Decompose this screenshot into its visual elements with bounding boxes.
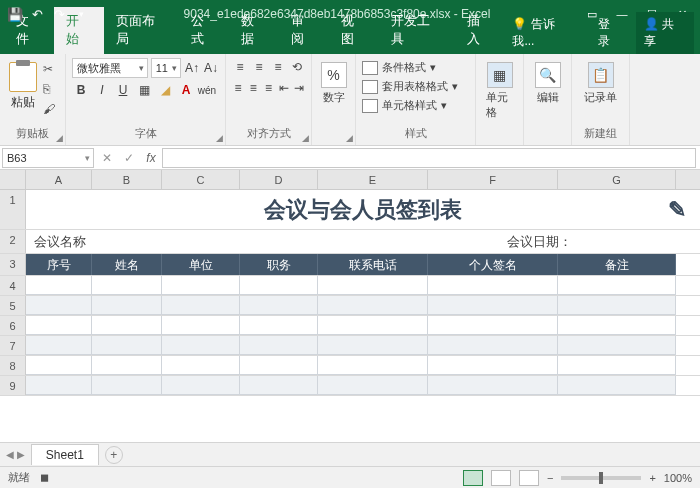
data-cell[interactable] — [318, 356, 428, 375]
increase-font-icon[interactable]: A↑ — [184, 59, 200, 77]
data-cell[interactable] — [240, 316, 318, 335]
cancel-formula-icon[interactable]: ✕ — [96, 151, 118, 165]
sheet-nav[interactable]: ◀ ▶ — [6, 449, 25, 460]
col-header[interactable]: C — [162, 170, 240, 189]
indent-decrease-icon[interactable]: ⇤ — [278, 79, 290, 97]
font-name-combo[interactable]: 微软雅黑 — [72, 58, 148, 78]
data-cell[interactable] — [240, 296, 318, 315]
data-cell[interactable] — [92, 376, 162, 395]
data-cell[interactable] — [318, 376, 428, 395]
border-button[interactable]: ▦ — [135, 81, 153, 99]
data-cell[interactable] — [318, 276, 428, 295]
accept-formula-icon[interactable]: ✓ — [118, 151, 140, 165]
data-cell[interactable] — [558, 336, 676, 355]
data-cell[interactable] — [428, 336, 558, 355]
redo-icon[interactable]: ↷ — [50, 5, 68, 23]
record-form-button[interactable]: 📋 记录单 — [578, 58, 623, 105]
tab-data[interactable]: 数据 — [229, 7, 279, 54]
tab-review[interactable]: 审阅 — [279, 7, 329, 54]
data-cell[interactable] — [92, 296, 162, 315]
data-cell[interactable] — [26, 356, 92, 375]
align-center-icon[interactable]: ≡ — [247, 79, 259, 97]
data-cell[interactable] — [558, 296, 676, 315]
data-cell[interactable] — [240, 336, 318, 355]
cells-button[interactable]: ▦ 单元格 — [482, 58, 517, 120]
data-cell[interactable] — [428, 376, 558, 395]
macro-record-icon[interactable]: ◼ — [40, 471, 49, 484]
name-box[interactable]: B63 — [2, 148, 94, 168]
data-cell[interactable] — [558, 376, 676, 395]
tab-page-layout[interactable]: 页面布局 — [104, 7, 180, 54]
italic-button[interactable]: I — [93, 81, 111, 99]
tell-me-button[interactable]: 💡 告诉我... — [504, 12, 584, 54]
tab-insert[interactable]: 插入 — [455, 7, 505, 54]
data-cell[interactable] — [558, 356, 676, 375]
data-cell[interactable] — [26, 276, 92, 295]
tab-formulas[interactable]: 公式 — [179, 7, 229, 54]
orientation-icon[interactable]: ⟲ — [289, 58, 305, 76]
header-cell[interactable]: 职务 — [240, 254, 318, 275]
page-break-view-button[interactable] — [519, 470, 539, 486]
format-painter-icon[interactable]: 🖌 — [43, 102, 59, 116]
font-color-button[interactable]: A — [177, 81, 195, 99]
data-cell[interactable] — [428, 316, 558, 335]
header-cell[interactable]: 序号 — [26, 254, 92, 275]
save-icon[interactable]: 💾 — [6, 5, 24, 23]
data-cell[interactable] — [558, 316, 676, 335]
spreadsheet-grid[interactable]: A B C D E F G 1 会议与会人员签到表 ✎ 2 会议名称 会议日期：… — [0, 170, 700, 442]
header-cell[interactable]: 单位 — [162, 254, 240, 275]
align-middle-icon[interactable]: ≡ — [251, 58, 267, 76]
page-layout-view-button[interactable] — [491, 470, 511, 486]
col-header[interactable]: D — [240, 170, 318, 189]
data-cell[interactable] — [318, 316, 428, 335]
paste-button[interactable]: 粘贴 — [6, 58, 39, 111]
tab-developer[interactable]: 开发工具 — [379, 7, 455, 54]
sheet-title-cell[interactable]: 会议与会人员签到表 ✎ — [26, 190, 700, 229]
sheet-tab[interactable]: Sheet1 — [31, 444, 99, 465]
data-cell[interactable] — [92, 276, 162, 295]
col-header[interactable]: E — [318, 170, 428, 189]
font-launcher-icon[interactable]: ◢ — [216, 133, 223, 143]
fill-color-button[interactable]: ◢ — [156, 81, 174, 99]
share-button[interactable]: 👤 共享 — [636, 12, 694, 54]
row-header[interactable]: 3 — [0, 254, 26, 275]
col-header[interactable]: B — [92, 170, 162, 189]
row-header[interactable]: 6 — [0, 316, 26, 335]
col-header[interactable]: G — [558, 170, 676, 189]
align-top-icon[interactable]: ≡ — [232, 58, 248, 76]
col-header[interactable]: F — [428, 170, 558, 189]
data-cell[interactable] — [428, 276, 558, 295]
bold-button[interactable]: B — [72, 81, 90, 99]
editing-button[interactable]: 🔍 编辑 — [530, 58, 565, 105]
data-cell[interactable] — [162, 356, 240, 375]
row-header[interactable]: 7 — [0, 336, 26, 355]
normal-view-button[interactable] — [463, 470, 483, 486]
row-header[interactable]: 1 — [0, 190, 26, 229]
font-size-combo[interactable]: 11 — [151, 58, 181, 78]
underline-button[interactable]: U — [114, 81, 132, 99]
select-all-corner[interactable] — [0, 170, 26, 189]
data-cell[interactable] — [26, 296, 92, 315]
zoom-out-button[interactable]: − — [547, 472, 553, 484]
copy-icon[interactable]: ⎘ — [43, 82, 59, 96]
header-cell[interactable]: 联系电话 — [318, 254, 428, 275]
data-cell[interactable] — [240, 276, 318, 295]
zoom-level[interactable]: 100% — [664, 472, 692, 484]
row-header[interactable]: 8 — [0, 356, 26, 375]
fx-icon[interactable]: fx — [140, 151, 162, 165]
data-cell[interactable] — [428, 356, 558, 375]
header-cell[interactable]: 备注 — [558, 254, 676, 275]
row-header[interactable]: 5 — [0, 296, 26, 315]
align-right-icon[interactable]: ≡ — [262, 79, 274, 97]
tab-view[interactable]: 视图 — [329, 7, 379, 54]
align-bottom-icon[interactable]: ≡ — [270, 58, 286, 76]
cell-styles-button[interactable]: 单元格样式 ▾ — [362, 96, 469, 115]
align-left-icon[interactable]: ≡ — [232, 79, 244, 97]
row-header[interactable]: 4 — [0, 276, 26, 295]
decrease-font-icon[interactable]: A↓ — [203, 59, 219, 77]
data-cell[interactable] — [162, 376, 240, 395]
header-cell[interactable]: 个人签名 — [428, 254, 558, 275]
row-header[interactable]: 2 — [0, 230, 26, 253]
cut-icon[interactable]: ✂ — [43, 62, 59, 76]
data-cell[interactable] — [162, 316, 240, 335]
